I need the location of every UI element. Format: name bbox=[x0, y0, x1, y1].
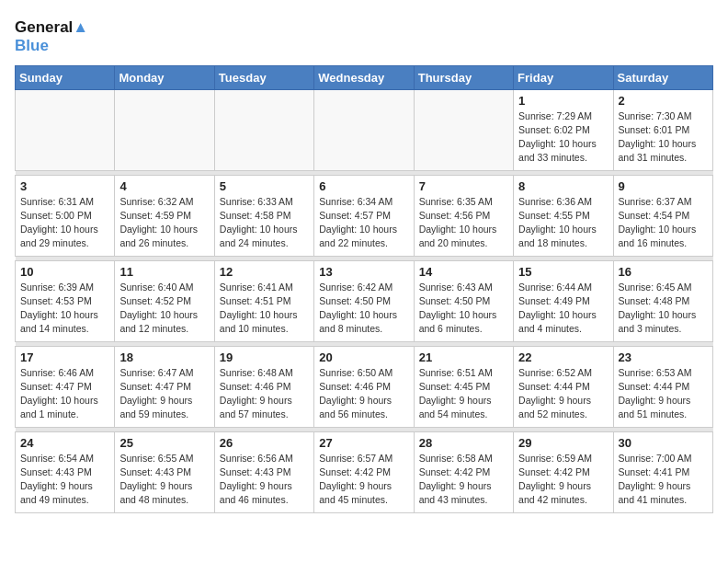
calendar-cell: 23Sunrise: 6:53 AM Sunset: 4:44 PM Dayli… bbox=[613, 346, 712, 427]
calendar-cell: 8Sunrise: 6:36 AM Sunset: 4:55 PM Daylig… bbox=[514, 175, 613, 256]
calendar-cell bbox=[16, 89, 115, 170]
day-number: 6 bbox=[319, 179, 408, 193]
calendar-cell: 15Sunrise: 6:44 AM Sunset: 4:49 PM Dayli… bbox=[514, 260, 613, 341]
day-number: 4 bbox=[119, 179, 209, 193]
weekday-header-monday: Monday bbox=[115, 65, 214, 89]
calendar-cell: 11Sunrise: 6:40 AM Sunset: 4:52 PM Dayli… bbox=[115, 260, 214, 341]
day-info: Sunrise: 6:36 AM Sunset: 4:55 PM Dayligh… bbox=[518, 195, 608, 251]
day-number: 15 bbox=[518, 265, 608, 279]
day-info: Sunrise: 6:55 AM Sunset: 4:43 PM Dayligh… bbox=[119, 452, 209, 508]
calendar-cell: 25Sunrise: 6:55 AM Sunset: 4:43 PM Dayli… bbox=[115, 431, 214, 512]
day-info: Sunrise: 7:00 AM Sunset: 4:41 PM Dayligh… bbox=[619, 452, 708, 508]
day-number: 2 bbox=[619, 94, 708, 108]
day-info: Sunrise: 6:45 AM Sunset: 4:48 PM Dayligh… bbox=[619, 281, 708, 337]
calendar-cell: 7Sunrise: 6:35 AM Sunset: 4:56 PM Daylig… bbox=[414, 175, 513, 256]
day-number: 3 bbox=[20, 179, 109, 193]
calendar-week-row: 24Sunrise: 6:54 AM Sunset: 4:43 PM Dayli… bbox=[16, 431, 713, 512]
day-info: Sunrise: 6:53 AM Sunset: 4:44 PM Dayligh… bbox=[619, 366, 708, 422]
calendar-week-row: 3Sunrise: 6:31 AM Sunset: 5:00 PM Daylig… bbox=[16, 175, 713, 256]
day-info: Sunrise: 6:47 AM Sunset: 4:47 PM Dayligh… bbox=[119, 366, 209, 422]
calendar-cell: 28Sunrise: 6:58 AM Sunset: 4:42 PM Dayli… bbox=[414, 431, 513, 512]
day-number: 1 bbox=[518, 94, 608, 108]
calendar-cell: 16Sunrise: 6:45 AM Sunset: 4:48 PM Dayli… bbox=[613, 260, 712, 341]
day-number: 11 bbox=[119, 265, 209, 279]
day-number: 13 bbox=[319, 265, 408, 279]
day-info: Sunrise: 6:52 AM Sunset: 4:44 PM Dayligh… bbox=[518, 366, 608, 422]
day-info: Sunrise: 7:29 AM Sunset: 6:02 PM Dayligh… bbox=[518, 109, 608, 166]
calendar-cell: 4Sunrise: 6:32 AM Sunset: 4:59 PM Daylig… bbox=[115, 175, 214, 256]
day-number: 30 bbox=[619, 436, 708, 450]
day-info: Sunrise: 6:41 AM Sunset: 4:51 PM Dayligh… bbox=[220, 281, 309, 337]
day-info: Sunrise: 6:57 AM Sunset: 4:42 PM Dayligh… bbox=[319, 452, 408, 508]
day-number: 29 bbox=[518, 436, 608, 450]
calendar-cell: 18Sunrise: 6:47 AM Sunset: 4:47 PM Dayli… bbox=[115, 346, 214, 427]
day-info: Sunrise: 6:43 AM Sunset: 4:50 PM Dayligh… bbox=[419, 281, 508, 337]
day-info: Sunrise: 6:34 AM Sunset: 4:57 PM Dayligh… bbox=[319, 195, 408, 251]
calendar-cell: 30Sunrise: 7:00 AM Sunset: 4:41 PM Dayli… bbox=[613, 431, 712, 512]
day-info: Sunrise: 6:32 AM Sunset: 4:59 PM Dayligh… bbox=[119, 195, 209, 251]
calendar-cell: 5Sunrise: 6:33 AM Sunset: 4:58 PM Daylig… bbox=[214, 175, 313, 256]
calendar-cell: 20Sunrise: 6:50 AM Sunset: 4:46 PM Dayli… bbox=[314, 346, 414, 427]
day-info: Sunrise: 6:37 AM Sunset: 4:54 PM Dayligh… bbox=[619, 195, 708, 251]
calendar-cell: 26Sunrise: 6:56 AM Sunset: 4:43 PM Dayli… bbox=[214, 431, 313, 512]
day-info: Sunrise: 6:54 AM Sunset: 4:43 PM Dayligh… bbox=[20, 452, 109, 508]
calendar-cell bbox=[414, 89, 513, 170]
weekday-header-friday: Friday bbox=[514, 65, 613, 89]
day-info: Sunrise: 6:59 AM Sunset: 4:42 PM Dayligh… bbox=[518, 452, 608, 508]
calendar-cell bbox=[115, 89, 214, 170]
day-info: Sunrise: 6:58 AM Sunset: 4:42 PM Dayligh… bbox=[419, 452, 508, 508]
calendar-cell: 19Sunrise: 6:48 AM Sunset: 4:46 PM Dayli… bbox=[214, 346, 313, 427]
calendar-cell: 1Sunrise: 7:29 AM Sunset: 6:02 PM Daylig… bbox=[514, 89, 613, 170]
day-info: Sunrise: 6:56 AM Sunset: 4:43 PM Dayligh… bbox=[220, 452, 309, 508]
day-info: Sunrise: 6:46 AM Sunset: 4:47 PM Dayligh… bbox=[20, 366, 109, 422]
day-number: 25 bbox=[119, 436, 209, 450]
day-number: 12 bbox=[220, 265, 309, 279]
weekday-header-wednesday: Wednesday bbox=[314, 65, 414, 89]
day-number: 8 bbox=[518, 179, 608, 193]
logo: General▲ Blue bbox=[15, 18, 88, 56]
weekday-header-saturday: Saturday bbox=[613, 65, 712, 89]
calendar-cell bbox=[314, 89, 414, 170]
day-info: Sunrise: 7:30 AM Sunset: 6:01 PM Dayligh… bbox=[619, 109, 708, 166]
day-number: 23 bbox=[619, 350, 708, 364]
day-info: Sunrise: 6:33 AM Sunset: 4:58 PM Dayligh… bbox=[220, 195, 309, 251]
calendar-table: SundayMondayTuesdayWednesdayThursdayFrid… bbox=[15, 65, 713, 513]
calendar-week-row: 17Sunrise: 6:46 AM Sunset: 4:47 PM Dayli… bbox=[16, 346, 713, 427]
day-info: Sunrise: 6:35 AM Sunset: 4:56 PM Dayligh… bbox=[419, 195, 508, 251]
day-info: Sunrise: 6:44 AM Sunset: 4:49 PM Dayligh… bbox=[518, 281, 608, 337]
day-number: 21 bbox=[419, 350, 508, 364]
day-number: 10 bbox=[20, 265, 109, 279]
page-header: General▲ Blue bbox=[15, 15, 713, 56]
calendar-cell: 24Sunrise: 6:54 AM Sunset: 4:43 PM Dayli… bbox=[16, 431, 115, 512]
weekday-header-sunday: Sunday bbox=[16, 65, 115, 89]
calendar-cell: 6Sunrise: 6:34 AM Sunset: 4:57 PM Daylig… bbox=[314, 175, 414, 256]
day-number: 28 bbox=[419, 436, 508, 450]
calendar-cell: 21Sunrise: 6:51 AM Sunset: 4:45 PM Dayli… bbox=[414, 346, 513, 427]
logo-subtext: Blue bbox=[15, 37, 88, 55]
calendar-cell: 14Sunrise: 6:43 AM Sunset: 4:50 PM Dayli… bbox=[414, 260, 513, 341]
calendar-week-row: 10Sunrise: 6:39 AM Sunset: 4:53 PM Dayli… bbox=[16, 260, 713, 341]
day-number: 14 bbox=[419, 265, 508, 279]
day-number: 18 bbox=[119, 350, 209, 364]
day-number: 16 bbox=[619, 265, 708, 279]
calendar-cell: 13Sunrise: 6:42 AM Sunset: 4:50 PM Dayli… bbox=[314, 260, 414, 341]
day-info: Sunrise: 6:48 AM Sunset: 4:46 PM Dayligh… bbox=[220, 366, 309, 422]
day-number: 27 bbox=[319, 436, 408, 450]
calendar-cell: 29Sunrise: 6:59 AM Sunset: 4:42 PM Dayli… bbox=[514, 431, 613, 512]
logo-text: General▲ bbox=[15, 18, 88, 37]
calendar-cell: 12Sunrise: 6:41 AM Sunset: 4:51 PM Dayli… bbox=[214, 260, 313, 341]
day-info: Sunrise: 6:39 AM Sunset: 4:53 PM Dayligh… bbox=[20, 281, 109, 337]
calendar-cell: 2Sunrise: 7:30 AM Sunset: 6:01 PM Daylig… bbox=[613, 89, 712, 170]
calendar-cell: 22Sunrise: 6:52 AM Sunset: 4:44 PM Dayli… bbox=[514, 346, 613, 427]
day-number: 22 bbox=[518, 350, 608, 364]
day-number: 20 bbox=[319, 350, 408, 364]
day-info: Sunrise: 6:51 AM Sunset: 4:45 PM Dayligh… bbox=[419, 366, 508, 422]
day-number: 24 bbox=[20, 436, 109, 450]
day-number: 26 bbox=[220, 436, 309, 450]
day-number: 5 bbox=[220, 179, 309, 193]
calendar-cell: 9Sunrise: 6:37 AM Sunset: 4:54 PM Daylig… bbox=[613, 175, 712, 256]
day-info: Sunrise: 6:31 AM Sunset: 5:00 PM Dayligh… bbox=[20, 195, 109, 251]
day-number: 9 bbox=[619, 179, 708, 193]
day-number: 19 bbox=[220, 350, 309, 364]
calendar-cell bbox=[214, 89, 313, 170]
